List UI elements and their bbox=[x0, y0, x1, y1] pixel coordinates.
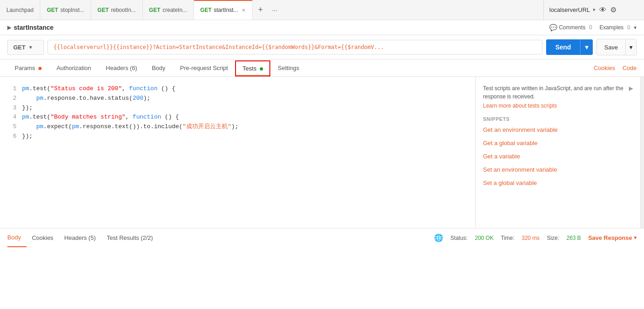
tab-tests[interactable]: Tests bbox=[235, 60, 270, 76]
cookies-link[interactable]: Cookies bbox=[594, 65, 615, 71]
expand-icon[interactable]: ▶ bbox=[629, 85, 633, 92]
globe-icon: 🌐 bbox=[434, 233, 443, 242]
scrollbar[interactable] bbox=[640, 77, 644, 228]
comments-button[interactable]: 💬 Comments 0 bbox=[549, 24, 592, 31]
chevron-down-icon: ▾ bbox=[634, 235, 637, 241]
chevron-down-icon: ▾ bbox=[29, 44, 32, 50]
tab-label: stopInst... bbox=[60, 7, 84, 13]
bottom-tab-headers[interactable]: Headers (5) bbox=[59, 228, 102, 247]
environment-selector[interactable]: localserverURL ▾ bbox=[549, 6, 596, 13]
tab-launchpad[interactable]: Launchpad bbox=[0, 0, 40, 20]
tab-method: GET bbox=[47, 7, 58, 13]
tab-method: GET bbox=[149, 7, 161, 13]
bottom-tab-cookies[interactable]: Cookies bbox=[27, 228, 59, 247]
method-selector[interactable]: GET ▾ bbox=[7, 40, 44, 55]
environment-name: localserverURL bbox=[549, 6, 590, 13]
save-dropdown-arrow[interactable]: ▾ bbox=[625, 39, 636, 55]
tab-method: GET bbox=[97, 7, 109, 13]
close-icon[interactable]: ✕ bbox=[242, 7, 246, 13]
tab-createinstance[interactable]: GET createIn... bbox=[143, 0, 194, 20]
more-tabs-button[interactable]: ··· bbox=[268, 6, 281, 14]
method-label: GET bbox=[13, 44, 26, 51]
code-line-4: 4 pm.test("Body matches string", functio… bbox=[7, 113, 468, 122]
save-button[interactable]: Save ▾ bbox=[596, 39, 637, 55]
tab-label: startInst... bbox=[214, 7, 238, 13]
code-line-2: 2 pm.response.to.have.status(200); bbox=[7, 94, 468, 103]
code-link[interactable]: Code bbox=[623, 65, 637, 71]
params-dot bbox=[38, 67, 42, 70]
tab-label: createIn... bbox=[162, 7, 187, 13]
url-input[interactable] bbox=[48, 40, 542, 54]
save-response-button[interactable]: Save Response ▾ bbox=[588, 234, 637, 241]
examples-count: 0 bbox=[627, 24, 630, 31]
snippet-get-global-var[interactable]: Get a global variable bbox=[483, 140, 633, 146]
code-editor[interactable]: 1 pm.test("Status code is 200", function… bbox=[0, 77, 476, 228]
code-line-1: 1 pm.test("Status code is 200", function… bbox=[7, 84, 468, 94]
tab-startinstance[interactable]: GET startInst... ✕ bbox=[194, 0, 252, 20]
comment-icon: 💬 bbox=[549, 24, 557, 31]
size-label: Size: bbox=[547, 235, 559, 241]
tab-headers[interactable]: Headers (6) bbox=[98, 60, 145, 76]
snippet-get-variable[interactable]: Get a variable bbox=[483, 153, 633, 160]
snippet-set-global-var[interactable]: Set a global variable bbox=[483, 179, 633, 186]
chevron-down-icon: ▾ bbox=[593, 7, 596, 13]
code-line-6: 6 }); bbox=[7, 132, 468, 141]
sidebar-panel: Test scripts are written in JavaScript, … bbox=[476, 77, 640, 228]
tab-stopinstance[interactable]: GET stopInst... bbox=[40, 0, 91, 20]
time-value: 320 ms bbox=[521, 235, 539, 241]
tab-settings[interactable]: Settings bbox=[270, 60, 306, 76]
request-title: ▶ startInstance bbox=[7, 24, 54, 31]
send-button[interactable]: Body Send ▾ bbox=[546, 39, 593, 55]
tab-body[interactable]: Body bbox=[145, 60, 173, 76]
tab-method: GET bbox=[200, 7, 212, 13]
size-value: 263 B bbox=[567, 235, 581, 241]
tests-dot bbox=[260, 67, 263, 70]
expand-arrow-icon[interactable]: ▶ bbox=[7, 25, 11, 31]
new-tab-button[interactable]: + bbox=[252, 5, 268, 15]
bottom-tab-body[interactable]: Body bbox=[7, 228, 27, 247]
tab-authorization[interactable]: Authorization bbox=[49, 60, 98, 76]
tab-params[interactable]: Params bbox=[7, 60, 49, 76]
tab-rebootinstance[interactable]: GET rebootIn... bbox=[91, 0, 143, 20]
chevron-down-icon: ▾ bbox=[634, 25, 637, 31]
environment-eye-icon[interactable]: 👁 bbox=[599, 6, 606, 14]
examples-button[interactable]: Examples 0 ▾ bbox=[600, 24, 637, 31]
snippets-title: SNIPPETS bbox=[483, 116, 633, 122]
code-line-3: 3 }); bbox=[7, 103, 468, 113]
snippet-get-env-var[interactable]: Get an environment variable bbox=[483, 126, 633, 133]
status-value: 200 OK bbox=[475, 235, 494, 241]
tab-label: Launchpad bbox=[6, 7, 33, 13]
comments-count: 0 bbox=[589, 24, 592, 31]
settings-icon[interactable]: ⚙ bbox=[610, 5, 617, 14]
tab-prerequest[interactable]: Pre-request Script bbox=[173, 60, 236, 76]
learn-more-link[interactable]: Learn more about tests scripts bbox=[483, 103, 633, 109]
sidebar-description: Test scripts are written in JavaScript, … bbox=[483, 84, 625, 101]
code-line-5: 5 pm.expect(pm.response.text()).to.inclu… bbox=[7, 122, 468, 132]
bottom-tab-test-results[interactable]: Test Results (2/2) bbox=[101, 228, 158, 247]
status-label: Status: bbox=[451, 235, 467, 241]
snippet-set-env-var[interactable]: Set an environment variable bbox=[483, 166, 633, 173]
send-dropdown-arrow[interactable]: ▾ bbox=[580, 39, 593, 55]
tab-label: rebootIn... bbox=[111, 7, 136, 13]
time-label: Time: bbox=[501, 235, 515, 241]
